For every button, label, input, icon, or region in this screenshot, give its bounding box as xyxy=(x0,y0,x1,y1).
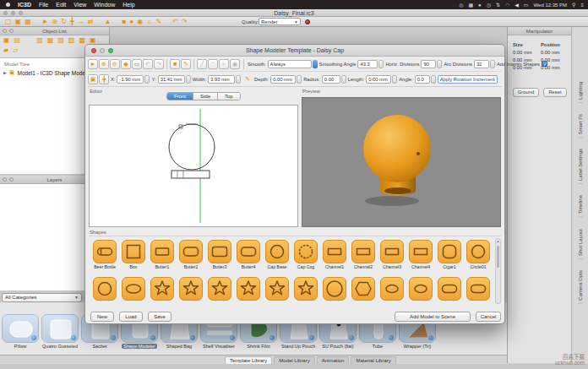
folder-open-icon[interactable]: ▱ xyxy=(13,47,18,54)
tab-front[interactable]: Front xyxy=(167,93,193,100)
shape-item[interactable] xyxy=(119,277,148,301)
select-icon[interactable]: ► xyxy=(42,19,49,25)
smoothing-angle-input[interactable]: 43.3 xyxy=(357,60,384,68)
zoom-in-icon[interactable]: ⊕ xyxy=(99,59,109,69)
remove-object-icon[interactable]: ▤ xyxy=(14,37,21,44)
line-tool-icon[interactable]: ╱ xyxy=(197,59,207,69)
zoom-icon[interactable]: ⊕ xyxy=(52,19,58,25)
capsule-shape-icon[interactable] xyxy=(438,277,461,301)
apply-rotation-button[interactable]: Apply Rotation Increment xyxy=(438,75,498,84)
panel-controls[interactable] xyxy=(3,177,14,182)
pillow-template-icon[interactable] xyxy=(2,314,39,343)
shape-item[interactable]: Cap Cog xyxy=(291,240,320,269)
close-icon[interactable] xyxy=(91,48,96,53)
width-input[interactable]: 3.93 mm xyxy=(208,75,241,84)
mirror-icon[interactable]: ⇄ xyxy=(88,19,94,25)
smooth-tool-icon[interactable]: ◉ xyxy=(230,59,240,69)
status-icon[interactable]: ● xyxy=(478,3,482,8)
menu-file[interactable]: File xyxy=(39,2,48,8)
panel-controls[interactable] xyxy=(3,29,14,33)
hexagon-shape-icon[interactable] xyxy=(351,277,375,301)
node-edit-icon[interactable]: ◆ xyxy=(121,59,131,69)
add-model-to-scene-button[interactable]: Add Model to Scene xyxy=(395,312,471,322)
pencil-icon[interactable]: ✎ xyxy=(242,74,253,84)
shape-item[interactable] xyxy=(291,277,320,301)
butter4-shape-icon[interactable] xyxy=(237,240,260,263)
butter2-shape-icon[interactable] xyxy=(179,240,203,263)
shape-item[interactable] xyxy=(234,277,263,301)
menu-edit[interactable]: Edit xyxy=(56,2,66,8)
cap-base-shape-icon[interactable] xyxy=(265,240,289,263)
tab-top[interactable]: Top xyxy=(218,93,240,100)
channel1-shape-icon[interactable] xyxy=(323,240,346,263)
status-icon[interactable]: ◀ xyxy=(514,2,519,8)
shape-item[interactable]: Circle01 xyxy=(464,240,493,269)
daisy-shape-icon[interactable] xyxy=(294,277,318,301)
quatro-gusseted-template-icon[interactable] xyxy=(41,314,79,343)
category-filter-select[interactable]: All Categories▼ xyxy=(2,293,82,302)
menu-window[interactable]: Window xyxy=(94,2,115,8)
menubar-clock[interactable]: Wed 12:35 PM xyxy=(534,3,568,8)
ellipse-sm-shape-icon[interactable] xyxy=(380,277,404,301)
shape-item[interactable] xyxy=(435,277,464,301)
anchor-icon[interactable]: ▣ xyxy=(88,74,98,84)
ground-button[interactable]: Ground xyxy=(513,88,539,97)
shape-item[interactable]: Butter1 xyxy=(148,240,177,269)
y-input[interactable]: 31.41 mm xyxy=(158,75,191,84)
butter1-shape-icon[interactable] xyxy=(150,240,174,263)
shape-item[interactable]: Butter4 xyxy=(234,240,263,269)
shape-item[interactable]: Butter2 xyxy=(177,240,205,269)
status-icon[interactable]: ◷ xyxy=(487,2,491,8)
zoom-window-icon[interactable] xyxy=(108,48,113,53)
shape-item[interactable] xyxy=(205,277,234,301)
zoom-out-icon[interactable]: ⊖ xyxy=(110,59,120,69)
preview-canvas[interactable] xyxy=(302,97,501,227)
side-tab-shot-layout[interactable]: Shot Layout xyxy=(578,226,583,259)
dialog-window-controls[interactable] xyxy=(91,48,113,53)
quality-select[interactable]: Render▼ xyxy=(259,18,301,25)
shape-item[interactable] xyxy=(148,277,177,301)
ellipse-sm-shape-icon[interactable] xyxy=(409,277,433,301)
shape-item[interactable]: Channel2 xyxy=(349,240,378,269)
new-button[interactable]: New xyxy=(90,312,114,322)
box-shape-icon[interactable] xyxy=(122,240,145,263)
shape-item[interactable] xyxy=(177,277,205,301)
shape-item[interactable] xyxy=(320,277,349,301)
hide-icon[interactable]: ▩ xyxy=(79,37,85,44)
add-object-icon[interactable]: ▣ xyxy=(3,37,10,44)
apple-menu-icon[interactable] xyxy=(6,3,10,7)
shape-item[interactable]: Butter3 xyxy=(205,240,234,269)
shape-item[interactable] xyxy=(378,277,406,301)
daisy-shape-icon[interactable] xyxy=(265,277,289,301)
undo-icon[interactable]: ↶ xyxy=(172,19,178,25)
side-tab-camera-opts[interactable]: Camera Opts xyxy=(578,268,583,304)
butter3-shape-icon[interactable] xyxy=(208,240,231,263)
arc-divisions-input[interactable]: 32 xyxy=(474,60,495,68)
length-input[interactable]: 0.00 mm xyxy=(366,75,397,84)
smooth-select[interactable]: Always xyxy=(268,60,318,68)
eyedropper-icon[interactable]: ✎ xyxy=(181,59,191,69)
channel3-shape-icon[interactable] xyxy=(380,240,404,263)
save-button[interactable]: Save xyxy=(148,312,172,322)
status-icon[interactable]: ▭ xyxy=(524,2,529,8)
pan-icon[interactable]: ╋ xyxy=(70,19,74,25)
shape-item[interactable] xyxy=(406,277,435,301)
primitive-icon[interactable]: ▲ xyxy=(105,19,112,25)
shape-item[interactable]: Cap Base xyxy=(263,240,291,269)
curve-tool-icon[interactable]: ≈ xyxy=(219,59,229,69)
model-tree-item[interactable]: ▶ ▣ Model1 - IC3D Shape Model xyxy=(3,69,87,76)
scrollbar[interactable]: ▲ xyxy=(495,238,501,304)
reset-button[interactable]: Reset xyxy=(543,88,567,97)
daisy-shape-icon[interactable] xyxy=(150,277,174,301)
dialog-titlebar[interactable]: Shape Modeler Template - Daisy Cap xyxy=(85,45,504,57)
capsule-shape-icon[interactable] xyxy=(466,277,490,301)
scale-icon[interactable]: ↔ xyxy=(78,19,84,25)
shape-item[interactable] xyxy=(464,277,493,301)
ellipse-shape-icon[interactable] xyxy=(122,277,145,301)
disclosure-triangle-icon[interactable]: ▶ xyxy=(3,70,7,75)
shape-item[interactable]: Channel4 xyxy=(406,240,435,269)
tab-side[interactable]: Side xyxy=(193,93,218,100)
isolate-icon[interactable]: ▣ xyxy=(90,37,96,44)
template-item[interactable]: Pillow xyxy=(2,314,39,349)
select-tool-icon[interactable]: ► xyxy=(88,59,98,69)
